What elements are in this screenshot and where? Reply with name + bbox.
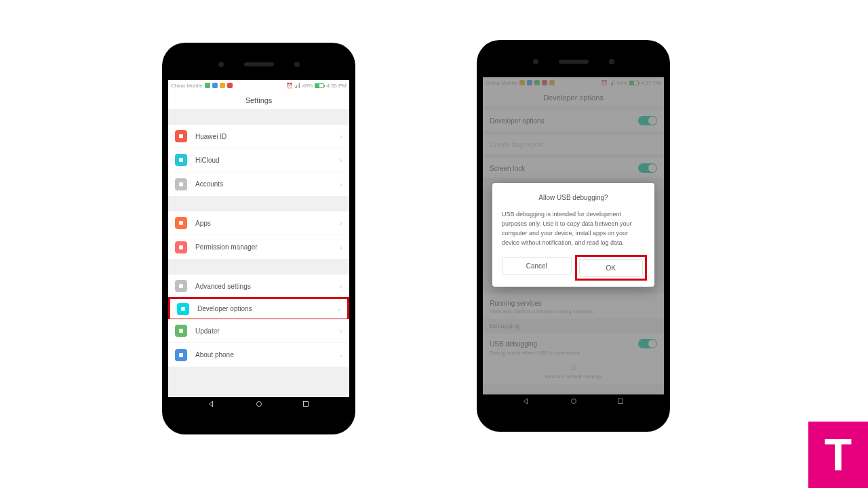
row-label: HiCloud xyxy=(195,157,340,164)
status-icon xyxy=(220,83,225,88)
row-label: About phone xyxy=(195,351,340,359)
settings-row-developer[interactable]: Developer options› xyxy=(168,297,349,321)
status-bar: China Mobile ⏰ 45% 4:35 PM xyxy=(168,80,349,91)
phone-frame-settings: China Mobile ⏰ 45% 4:35 PM Settings Huaw… xyxy=(162,43,355,434)
dialog-title: Allow USB debugging? xyxy=(502,194,645,201)
row-label: Apps xyxy=(195,220,340,227)
svg-rect-1 xyxy=(179,158,183,162)
row-label: Developer options xyxy=(197,305,338,312)
nav-bar xyxy=(168,397,349,411)
brand-badge: T xyxy=(808,422,868,488)
apps-icon xyxy=(175,217,187,229)
brand-letter: T xyxy=(825,429,852,481)
phone-earpiece xyxy=(218,62,300,67)
chevron-right-icon: › xyxy=(340,243,342,251)
svg-rect-4 xyxy=(179,245,183,249)
svg-rect-6 xyxy=(181,307,185,311)
chevron-right-icon: › xyxy=(340,351,342,359)
battery-label: 45% xyxy=(302,83,313,89)
advanced-icon xyxy=(175,280,187,292)
row-label: Permission manager xyxy=(195,243,340,251)
settings-row-apps[interactable]: Apps› xyxy=(168,211,349,235)
ok-button-highlight: OK xyxy=(575,255,648,281)
chevron-right-icon: › xyxy=(340,156,342,164)
recent-icon[interactable] xyxy=(302,400,310,408)
row-label: Huawei ID xyxy=(195,133,340,140)
screen-settings: China Mobile ⏰ 45% 4:35 PM Settings Huaw… xyxy=(168,80,349,411)
svg-rect-0 xyxy=(179,134,183,138)
back-icon[interactable] xyxy=(208,400,216,408)
permission-icon xyxy=(175,241,187,253)
svg-rect-10 xyxy=(304,402,309,407)
accounts-icon xyxy=(175,178,187,190)
huawei-id-icon xyxy=(175,130,187,142)
settings-row-accounts[interactable]: Accounts› xyxy=(168,172,349,196)
settings-row-hicloud[interactable]: HiCloud› xyxy=(168,148,349,172)
chevron-right-icon: › xyxy=(340,327,342,335)
chevron-right-icon: › xyxy=(340,132,342,140)
row-label: Advanced settings xyxy=(195,283,340,290)
about-icon xyxy=(175,349,187,361)
status-icon xyxy=(227,83,233,88)
svg-point-9 xyxy=(256,402,261,407)
phone-earpiece xyxy=(533,59,614,64)
status-icon xyxy=(212,83,218,88)
time-label: 4:35 PM xyxy=(326,83,347,89)
signal-icon xyxy=(295,83,300,88)
usb-debugging-dialog: Allow USB debugging? USB debugging is in… xyxy=(492,183,654,287)
home-icon[interactable] xyxy=(255,400,263,408)
svg-rect-7 xyxy=(179,329,183,333)
status-icon xyxy=(205,83,210,88)
chevron-right-icon: › xyxy=(340,282,342,290)
page-title: Settings xyxy=(168,91,349,109)
svg-rect-8 xyxy=(179,353,183,357)
svg-rect-2 xyxy=(179,182,183,186)
svg-rect-3 xyxy=(179,221,183,225)
settings-row-updater[interactable]: Updater› xyxy=(168,319,349,343)
ok-button[interactable]: OK xyxy=(579,259,644,277)
updater-icon xyxy=(175,325,187,337)
settings-row-permission[interactable]: Permission manager› xyxy=(168,235,349,259)
dialog-actions: Cancel OK xyxy=(502,257,645,279)
hicloud-icon xyxy=(175,154,187,166)
screen-developer: China Mobile ⏰ 46% 4:37 PM Developer opt… xyxy=(483,77,664,408)
settings-row-about[interactable]: About phone› xyxy=(168,343,349,367)
battery-icon xyxy=(315,83,324,88)
chevron-right-icon: › xyxy=(340,180,342,188)
settings-row-huawei-id[interactable]: Huawei ID› xyxy=(168,125,349,148)
row-label: Accounts xyxy=(195,180,340,188)
chevron-right-icon: › xyxy=(340,219,342,227)
alarm-icon: ⏰ xyxy=(286,83,293,89)
phone-frame-developer: China Mobile ⏰ 46% 4:37 PM Developer opt… xyxy=(477,40,670,432)
svg-rect-5 xyxy=(179,284,183,288)
developer-icon xyxy=(177,303,189,315)
dialog-body: USB debugging is intended for developmen… xyxy=(502,209,645,247)
settings-row-advanced[interactable]: Advanced settings› xyxy=(168,274,349,298)
carrier-label: China Mobile xyxy=(171,83,203,89)
row-label: Updater xyxy=(195,327,340,335)
cancel-button[interactable]: Cancel xyxy=(502,257,572,274)
chevron-right-icon: › xyxy=(338,305,340,313)
